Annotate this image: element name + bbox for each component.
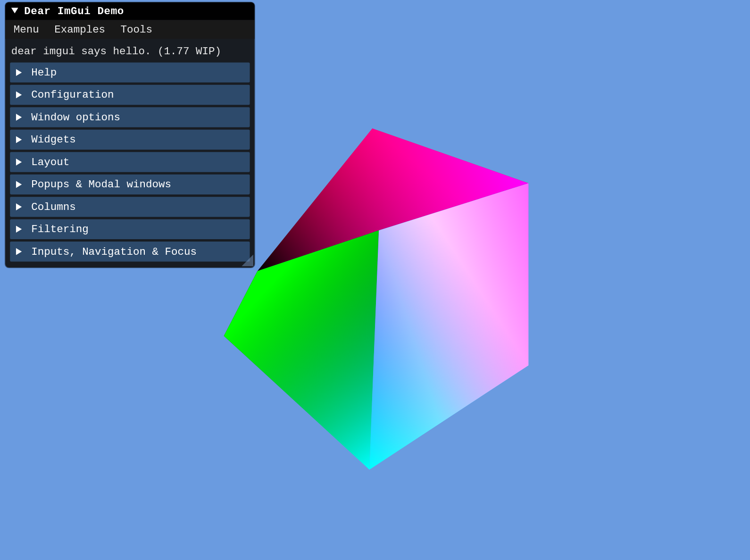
section-label: Configuration [31, 88, 114, 101]
section-popups-modal[interactable]: Popups & Modal windows [10, 175, 250, 194]
section-columns[interactable]: Columns [10, 197, 250, 217]
caret-right-icon [15, 248, 23, 256]
caret-right-icon [15, 91, 23, 99]
svg-marker-7 [11, 8, 18, 13]
section-help[interactable]: Help [10, 62, 250, 82]
caret-right-icon [15, 113, 23, 121]
section-label: Filtering [31, 223, 88, 235]
section-label: Window options [31, 111, 120, 124]
svg-marker-16 [16, 248, 22, 255]
window-title: Dear ImGui Demo [24, 5, 124, 17]
svg-marker-9 [16, 92, 22, 99]
menu-item-tools[interactable]: Tools [118, 22, 155, 37]
svg-marker-15 [16, 226, 22, 233]
resize-grip-icon[interactable] [242, 255, 253, 267]
caret-right-icon [15, 180, 23, 188]
section-label: Layout [31, 156, 69, 168]
caret-right-icon [15, 158, 23, 166]
hello-text: dear imgui says hello. (1.77 WIP) [10, 42, 250, 62]
section-label: Columns [31, 201, 75, 213]
svg-marker-10 [16, 114, 22, 121]
section-layout[interactable]: Layout [10, 152, 250, 172]
section-label: Help [31, 66, 57, 79]
svg-marker-12 [16, 159, 22, 166]
section-label: Inputs, Navigation & Focus [31, 245, 197, 258]
caret-right-icon [15, 203, 23, 211]
svg-marker-11 [16, 136, 22, 143]
menu-item-examples[interactable]: Examples [52, 22, 108, 37]
window-titlebar[interactable]: Dear ImGui Demo [5, 2, 254, 20]
section-inputs-nav-focus[interactable]: Inputs, Navigation & Focus [10, 242, 250, 261]
svg-marker-8 [16, 69, 22, 76]
svg-marker-6 [369, 183, 528, 469]
collapse-icon[interactable] [10, 7, 19, 16]
svg-marker-13 [16, 181, 22, 188]
section-configuration[interactable]: Configuration [10, 85, 250, 105]
menu-item-menu[interactable]: Menu [11, 22, 42, 37]
section-label: Widgets [31, 133, 75, 146]
svg-marker-14 [16, 203, 22, 210]
imgui-demo-window[interactable]: Dear ImGui Demo Menu Examples Tools dear… [5, 2, 254, 267]
caret-right-icon [15, 68, 23, 76]
section-widgets[interactable]: Widgets [10, 130, 250, 150]
caret-right-icon [15, 225, 23, 233]
section-filtering[interactable]: Filtering [10, 219, 250, 239]
svg-marker-17 [242, 255, 253, 267]
caret-right-icon [15, 135, 23, 143]
section-window-options[interactable]: Window options [10, 107, 250, 127]
section-label: Popups & Modal windows [31, 178, 171, 191]
menubar: Menu Examples Tools [5, 20, 254, 39]
